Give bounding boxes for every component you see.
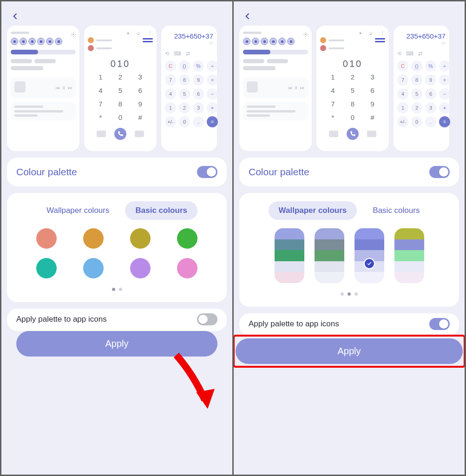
dialer-display: 010 <box>343 59 362 69</box>
preview-dialer: +⌕⋮ 010 123456789*0# <box>316 26 389 151</box>
colour-palette-toggle[interactable] <box>429 166 450 178</box>
colour-swatch[interactable] <box>36 228 57 249</box>
swatches-panel: Wallpaper coloursBasic colours <box>239 193 459 307</box>
svg-point-12 <box>281 40 283 42</box>
colour-swatch[interactable] <box>36 258 57 278</box>
theme-previews: ⏮⏸⏭ +⌕⋮ 010 123456789*0# 235+650+37 12 ⟲… <box>234 26 465 151</box>
video-call-icon <box>329 131 338 137</box>
apply-to-icons-row: Apply palette to app icons <box>7 309 227 331</box>
apply-to-icons-row: Apply palette to app icons <box>239 313 459 336</box>
svg-point-7 <box>305 34 306 35</box>
tab-basic-colours[interactable]: Basic colours <box>125 201 197 220</box>
comparison-frame: ⏮⏸⏭ +⌕⋮ 010 123456789*0# 235+650+37 12 ⟲… <box>0 0 466 476</box>
colour-palette-panel: Colour palette <box>7 158 227 186</box>
colour-palette-title: Colour palette <box>249 166 309 178</box>
selected-check-icon <box>364 258 375 269</box>
colour-swatch[interactable] <box>83 258 104 278</box>
highlight-annotation: Apply <box>234 336 465 367</box>
backspace-icon <box>367 131 376 137</box>
preview-calculator: 235+650+37 12 ⟲⌨⇄ C()%÷789×456−123++/-0.… <box>394 26 449 151</box>
svg-point-11 <box>272 40 274 42</box>
svg-point-6 <box>57 40 59 42</box>
colour-palette-toggle[interactable] <box>197 166 217 178</box>
wallpaper-colour-row <box>249 228 450 283</box>
gear-icon <box>71 30 76 35</box>
video-call-icon <box>97 131 106 137</box>
svg-point-2 <box>22 40 24 42</box>
preview-notification-shade: ⏮⏸⏭ <box>7 26 79 151</box>
backspace-icon <box>135 131 144 137</box>
svg-point-5 <box>48 40 51 42</box>
apply-to-icons-toggle[interactable] <box>197 313 217 325</box>
svg-point-0 <box>73 34 74 35</box>
wallpaper-palette-chip[interactable] <box>394 228 424 283</box>
colour-palette-panel: Colour palette <box>239 158 459 186</box>
pager-dots <box>16 288 217 291</box>
theme-previews: ⏮⏸⏭ +⌕⋮ 010 123456789*0# 235+650+37 12 ⟲… <box>1 26 232 151</box>
colour-tabs: Wallpaper coloursBasic colours <box>16 201 217 220</box>
colour-swatch[interactable] <box>177 228 197 249</box>
call-icon <box>347 128 359 140</box>
swatches-panel: Wallpaper coloursBasic colours <box>7 193 227 302</box>
svg-point-10 <box>263 40 265 42</box>
tab-wallpaper-colours[interactable]: Wallpaper colours <box>36 201 119 220</box>
svg-point-1 <box>13 40 15 42</box>
screen-left: ⏮⏸⏭ +⌕⋮ 010 123456789*0# 235+650+37 12 ⟲… <box>1 1 232 475</box>
svg-point-13 <box>289 40 292 42</box>
preview-calculator: 235+650+37 12 ⟲⌨⇄ C()%÷789×456−123++/-0.… <box>161 26 217 151</box>
wallpaper-palette-chip[interactable] <box>315 228 344 283</box>
colour-swatch[interactable] <box>83 228 104 249</box>
apply-to-icons-toggle[interactable] <box>429 318 450 330</box>
svg-point-3 <box>31 40 33 42</box>
dialer-display: 010 <box>111 59 130 69</box>
tab-wallpaper-colours[interactable]: Wallpaper colours <box>269 201 357 220</box>
back-button[interactable] <box>11 12 20 21</box>
calc-expression: 235+650+37 <box>165 32 213 40</box>
svg-point-8 <box>245 40 248 42</box>
wallpaper-palette-chip[interactable] <box>354 228 384 283</box>
colour-palette-title: Colour palette <box>16 166 77 178</box>
basic-colour-grid <box>16 228 217 278</box>
preview-dialer: +⌕⋮ 010 123456789*0# <box>84 26 157 151</box>
calc-expression: 235+650+37 <box>397 32 446 40</box>
svg-point-9 <box>254 40 256 42</box>
wallpaper-palette-chip[interactable] <box>275 228 304 283</box>
pager-dots <box>249 292 450 296</box>
apply-to-icons-label: Apply palette to app icons <box>16 315 107 324</box>
colour-swatch[interactable] <box>130 228 151 249</box>
tab-basic-colours[interactable]: Basic colours <box>362 201 430 220</box>
preview-notification-shade: ⏮⏸⏭ <box>239 26 312 151</box>
apply-button[interactable]: Apply <box>236 338 463 364</box>
colour-swatch[interactable] <box>177 258 197 278</box>
colour-swatch[interactable] <box>130 258 151 278</box>
svg-point-4 <box>39 40 42 42</box>
gear-icon <box>303 30 308 35</box>
back-button[interactable] <box>243 12 252 21</box>
screen-right: ⏮⏸⏭ +⌕⋮ 010 123456789*0# 235+650+37 12 ⟲… <box>234 1 465 475</box>
apply-to-icons-label: Apply palette to app icons <box>249 319 339 329</box>
apply-button[interactable]: Apply <box>16 331 217 357</box>
call-icon <box>114 128 126 140</box>
colour-tabs: Wallpaper coloursBasic colours <box>249 201 450 220</box>
